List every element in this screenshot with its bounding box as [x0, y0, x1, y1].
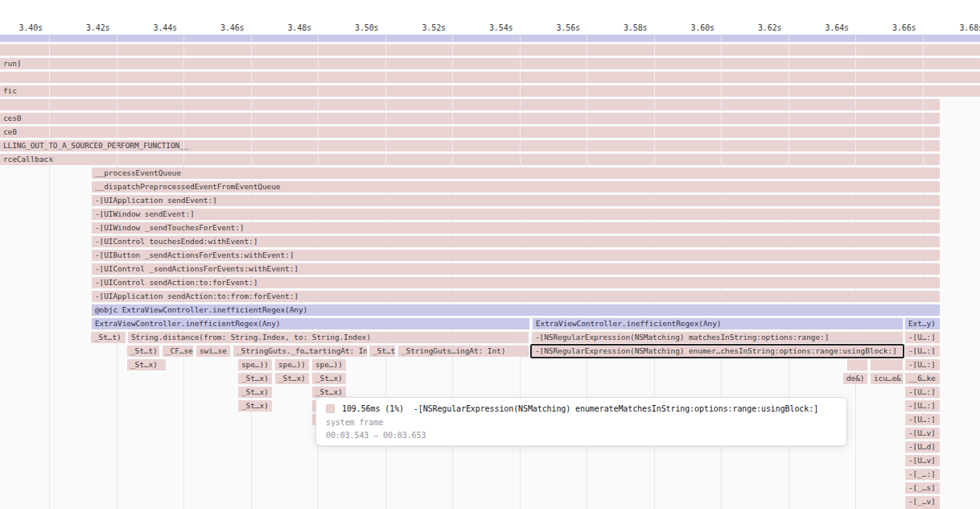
tooltip-title: 109.56ms (1%) -[NSRegularExpression(NSMa… — [342, 404, 818, 413]
time-gridline-overlay — [721, 34, 722, 165]
flame-canvas[interactable]: run]ficces0ce0LLING_OUT_TO_A_SOURCE0_PER… — [0, 34, 980, 509]
flame-frame[interactable]: swi…se — [196, 346, 230, 357]
flame-frame[interactable]: String.distance(from: String.Index, to: … — [128, 332, 529, 343]
flame-frame[interactable]: icu…e&) — [871, 373, 903, 384]
tooltip-frame-type: system frame — [326, 418, 837, 427]
flame-frame[interactable]: -[U…:] — [905, 359, 940, 370]
flame-frame[interactable]: -[U…d] — [905, 441, 940, 453]
flame-frame[interactable]: -[U…v] — [905, 455, 940, 466]
flame-frame[interactable]: -[UIApplication sendEvent:] — [92, 195, 940, 206]
time-gridline-overlay — [183, 34, 184, 165]
flame-frame[interactable]: _StringGuts…ingAt: Int) — [398, 346, 529, 357]
flame-frame[interactable]: ces0 — [0, 113, 940, 124]
flame-frame[interactable]: Ext…y) — [905, 318, 940, 329]
flame-frame[interactable]: LLING_OUT_TO_A_SOURCE0_PERFORM_FUNCTION_… — [0, 140, 940, 151]
time-gridline-overlay — [251, 34, 252, 165]
tooltip-time-range: 00:03.543 — 00:03.653 — [326, 431, 837, 440]
flame-frame[interactable]: _St…t) — [127, 346, 159, 357]
time-gridline-overlay — [520, 34, 521, 165]
flame-frame[interactable]: fic — [0, 85, 980, 97]
flame-frame[interactable]: _StringGuts._fo…tartingAt: Int) — [233, 346, 367, 357]
flame-frame[interactable]: rceCallback — [0, 154, 940, 165]
time-gridline-overlay — [654, 34, 655, 165]
flame-frame[interactable]: -[UIControl touchesEnded:withEvent:] — [92, 236, 940, 247]
flame-frame[interactable]: -[_…s] — [905, 482, 940, 494]
flame-frame[interactable]: de&) — [843, 373, 867, 384]
flame-frame[interactable]: -[U…:] — [905, 400, 940, 412]
flame-frame[interactable] — [0, 44, 980, 56]
flame-frame[interactable]: spe…)) — [238, 359, 272, 370]
flame-frame[interactable]: spe…)) — [275, 359, 309, 370]
flame-frame[interactable]: spe…)) — [312, 359, 346, 370]
flame-frame[interactable] — [0, 99, 940, 110]
flame-frame[interactable]: -[U…:] — [905, 346, 940, 357]
flame-frame[interactable]: -[_…v] — [905, 496, 940, 507]
flame-frame[interactable]: -[NSRegularExpression(NSMatching) matche… — [532, 332, 903, 343]
flame-frame[interactable]: __dispatchPreprocessedEventFromEventQueu… — [92, 181, 940, 192]
flame-frame[interactable]: @objc ExtraViewController.inefficientReg… — [92, 304, 940, 316]
flame-frame[interactable]: _St…x) — [238, 387, 272, 398]
flame-frame[interactable]: run] — [0, 58, 980, 69]
instruments-flame-graph: 3.40s3.42s3.44s3.46s3.48s3.50s3.52s3.54s… — [0, 0, 980, 509]
flame-frame[interactable]: __6…ke — [905, 373, 940, 384]
flame-frame[interactable]: -[UIApplication sendAction:to:from:forEv… — [92, 291, 940, 302]
flame-frame[interactable]: -[UIControl sendAction:to:forEvent:] — [92, 277, 940, 288]
time-gridline-overlay — [117, 34, 117, 165]
flame-frame[interactable]: _St…x) — [238, 373, 272, 384]
flame-frame[interactable]: _St…x) — [275, 373, 309, 384]
flame-frame[interactable]: -[UIWindow sendEvent:] — [92, 209, 940, 220]
time-gridline-overlay — [789, 34, 789, 165]
flame-frame[interactable]: _St…t) — [369, 346, 395, 357]
flame-frame-selected[interactable]: -[NSRegularExpression(NSMatching) enumer… — [532, 346, 903, 357]
flame-frame[interactable]: _St…x) — [238, 400, 272, 412]
time-gridline-overlay — [385, 34, 386, 165]
flame-frame[interactable]: -[UIControl _sendActionsForEvents:withEv… — [92, 263, 940, 275]
flame-frame[interactable]: -[U…:] — [905, 387, 940, 398]
time-gridline-overlay — [923, 34, 924, 165]
flame-frame[interactable] — [0, 35, 980, 42]
time-ruler[interactable]: 3.40s3.42s3.44s3.46s3.48s3.50s3.52s3.54s… — [0, 0, 980, 34]
flame-frame[interactable]: __processEventQueue — [92, 168, 940, 179]
time-tick-label: 3.68s — [822, 23, 980, 33]
flame-frame[interactable]: ExtraViewController.inefficientRegex(Any… — [533, 318, 903, 329]
flame-frame[interactable] — [871, 359, 903, 370]
flame-frame[interactable]: -[_…:] — [905, 469, 940, 480]
color-swatch-icon — [326, 404, 335, 413]
flame-frame[interactable]: -[U…:] — [905, 414, 940, 425]
flame-frame[interactable]: _St…t) — [91, 332, 126, 343]
time-gridline-overlay — [587, 34, 587, 165]
flame-frame[interactable]: ExtraViewController.inefficientRegex(Any… — [92, 318, 529, 329]
time-gridline-overlay — [49, 34, 50, 165]
time-gridline-overlay — [318, 34, 319, 165]
flame-frame[interactable]: -[UIWindow _sendTouchesForEvent:] — [92, 222, 940, 234]
tooltip-title-row: 109.56ms (1%) -[NSRegularExpression(NSMa… — [326, 404, 837, 413]
flame-frame[interactable]: ce0 — [0, 126, 940, 138]
flame-frame[interactable]: _St…x) — [312, 387, 346, 398]
flame-frame[interactable]: _St…x) — [127, 359, 166, 370]
flame-frame[interactable]: -[UIButton _sendActionsForEvents:withEve… — [92, 250, 940, 261]
flame-frame[interactable] — [0, 72, 980, 83]
flame-frame[interactable] — [847, 359, 867, 370]
tooltip: 109.56ms (1%) -[NSRegularExpression(NSMa… — [315, 397, 847, 446]
flame-frame[interactable]: -[U…v] — [905, 428, 940, 439]
time-gridline-overlay — [452, 34, 453, 165]
flame-frame[interactable]: _CF…se — [163, 346, 193, 357]
flame-frame[interactable]: -[U…:] — [905, 332, 940, 343]
time-gridline-overlay — [855, 34, 856, 165]
flame-frame[interactable]: _St…x) — [312, 373, 346, 384]
